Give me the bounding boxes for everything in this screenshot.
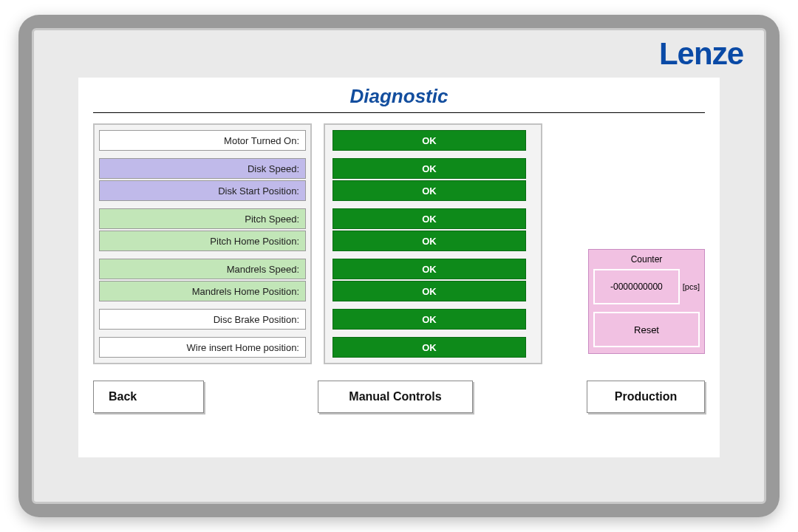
diag-status-wire-insert: OK <box>332 337 526 358</box>
nav-bar: Back Manual Controls Production <box>78 381 720 417</box>
diag-label-disk-speed: Disk Speed: <box>99 158 306 179</box>
diag-label-pitch-speed: Pitch Speed: <box>99 208 306 229</box>
counter-panel: Counter -0000000000 [pcs] Reset <box>588 249 705 354</box>
title-rule <box>93 112 705 113</box>
diag-label-disc-brake: Disc Brake Position: <box>99 309 306 330</box>
diag-status-disc-brake: OK <box>332 309 526 330</box>
diagnostic-status-panel: OK OK OK OK OK OK OK OK OK <box>324 123 542 364</box>
brand-logo: Lenze <box>659 36 743 72</box>
diag-status-mandrels-home: OK <box>332 281 526 301</box>
page-title: Diagnostic <box>78 78 720 112</box>
content-area: Motor Turned On: Disk Speed: Disk Start … <box>78 119 720 417</box>
diag-status-disk-start: OK <box>332 180 526 201</box>
counter-reset-button[interactable]: Reset <box>593 312 700 347</box>
diag-label-pitch-home: Pitch Home Position: <box>99 231 306 251</box>
manual-controls-button[interactable]: Manual Controls <box>318 381 473 413</box>
diagnostic-labels-panel: Motor Turned On: Disk Speed: Disk Start … <box>93 123 312 364</box>
diag-status-pitch-home: OK <box>332 231 526 251</box>
bezel: Lenze Diagnostic Motor Turned On: Disk S… <box>32 28 766 504</box>
diag-label-disk-start: Disk Start Position: <box>99 180 306 201</box>
back-button[interactable]: Back <box>93 381 204 413</box>
diag-status-mandrels-speed: OK <box>332 259 526 279</box>
device-frame: Lenze Diagnostic Motor Turned On: Disk S… <box>18 15 780 517</box>
counter-unit: [pcs] <box>683 282 700 291</box>
production-button[interactable]: Production <box>587 381 705 413</box>
screen: Diagnostic Motor Turned On: Disk Speed: … <box>78 78 720 457</box>
diag-label-wire-insert: Wire insert Home position: <box>99 337 306 358</box>
diag-label-motor: Motor Turned On: <box>99 130 306 151</box>
diag-label-mandrels-speed: Mandrels Speed: <box>99 259 306 279</box>
diag-status-motor: OK <box>332 130 526 151</box>
counter-value: -0000000000 <box>593 269 680 304</box>
diag-status-disk-speed: OK <box>332 158 526 179</box>
diag-status-pitch-speed: OK <box>332 208 526 229</box>
counter-title: Counter <box>593 254 700 265</box>
diag-label-mandrels-home: Mandrels Home Position: <box>99 281 306 301</box>
